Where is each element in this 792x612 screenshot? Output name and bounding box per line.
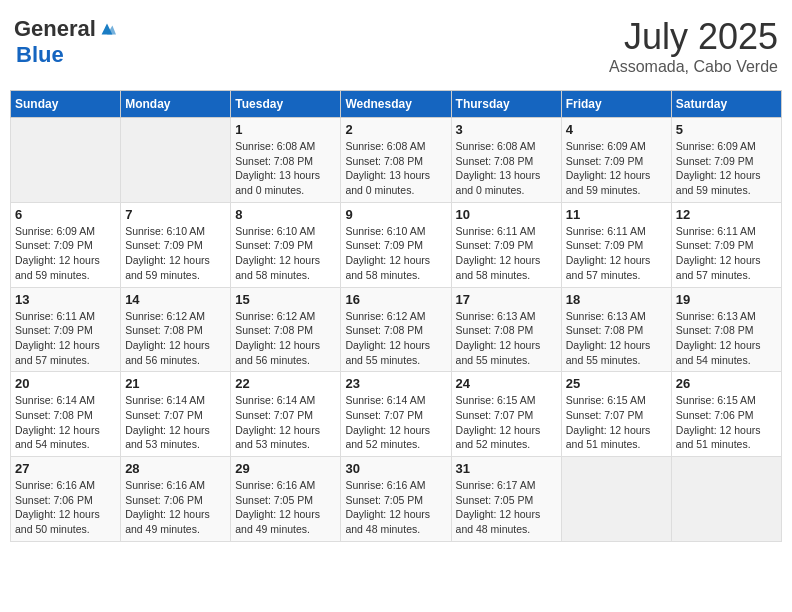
column-header-monday: Monday [121, 91, 231, 118]
calendar-cell: 27Sunrise: 6:16 AM Sunset: 7:06 PM Dayli… [11, 457, 121, 542]
calendar-cell: 3Sunrise: 6:08 AM Sunset: 7:08 PM Daylig… [451, 118, 561, 203]
day-info: Sunrise: 6:10 AM Sunset: 7:09 PM Dayligh… [345, 224, 446, 283]
calendar-cell: 18Sunrise: 6:13 AM Sunset: 7:08 PM Dayli… [561, 287, 671, 372]
column-header-thursday: Thursday [451, 91, 561, 118]
calendar-week-row: 6Sunrise: 6:09 AM Sunset: 7:09 PM Daylig… [11, 202, 782, 287]
day-info: Sunrise: 6:16 AM Sunset: 7:06 PM Dayligh… [125, 478, 226, 537]
month-title: July 2025 [609, 16, 778, 58]
calendar-cell: 24Sunrise: 6:15 AM Sunset: 7:07 PM Dayli… [451, 372, 561, 457]
day-info: Sunrise: 6:12 AM Sunset: 7:08 PM Dayligh… [125, 309, 226, 368]
day-number: 21 [125, 376, 226, 391]
day-info: Sunrise: 6:08 AM Sunset: 7:08 PM Dayligh… [456, 139, 557, 198]
calendar-cell: 30Sunrise: 6:16 AM Sunset: 7:05 PM Dayli… [341, 457, 451, 542]
calendar-cell: 20Sunrise: 6:14 AM Sunset: 7:08 PM Dayli… [11, 372, 121, 457]
day-info: Sunrise: 6:14 AM Sunset: 7:07 PM Dayligh… [125, 393, 226, 452]
day-info: Sunrise: 6:12 AM Sunset: 7:08 PM Dayligh… [345, 309, 446, 368]
calendar-cell: 25Sunrise: 6:15 AM Sunset: 7:07 PM Dayli… [561, 372, 671, 457]
day-info: Sunrise: 6:11 AM Sunset: 7:09 PM Dayligh… [15, 309, 116, 368]
day-number: 13 [15, 292, 116, 307]
day-number: 23 [345, 376, 446, 391]
logo-blue-text: Blue [16, 42, 64, 68]
day-number: 26 [676, 376, 777, 391]
day-info: Sunrise: 6:09 AM Sunset: 7:09 PM Dayligh… [676, 139, 777, 198]
day-number: 29 [235, 461, 336, 476]
calendar-table: SundayMondayTuesdayWednesdayThursdayFrid… [10, 90, 782, 542]
day-info: Sunrise: 6:10 AM Sunset: 7:09 PM Dayligh… [235, 224, 336, 283]
day-number: 12 [676, 207, 777, 222]
day-number: 4 [566, 122, 667, 137]
calendar-cell: 15Sunrise: 6:12 AM Sunset: 7:08 PM Dayli… [231, 287, 341, 372]
day-number: 30 [345, 461, 446, 476]
calendar-cell: 21Sunrise: 6:14 AM Sunset: 7:07 PM Dayli… [121, 372, 231, 457]
day-number: 25 [566, 376, 667, 391]
day-number: 16 [345, 292, 446, 307]
page-header: General Blue July 2025 Assomada, Cabo Ve… [10, 10, 782, 82]
day-info: Sunrise: 6:11 AM Sunset: 7:09 PM Dayligh… [456, 224, 557, 283]
day-number: 8 [235, 207, 336, 222]
calendar-cell: 13Sunrise: 6:11 AM Sunset: 7:09 PM Dayli… [11, 287, 121, 372]
day-number: 31 [456, 461, 557, 476]
calendar-cell: 4Sunrise: 6:09 AM Sunset: 7:09 PM Daylig… [561, 118, 671, 203]
day-info: Sunrise: 6:16 AM Sunset: 7:05 PM Dayligh… [235, 478, 336, 537]
day-info: Sunrise: 6:12 AM Sunset: 7:08 PM Dayligh… [235, 309, 336, 368]
day-number: 15 [235, 292, 336, 307]
calendar-cell: 5Sunrise: 6:09 AM Sunset: 7:09 PM Daylig… [671, 118, 781, 203]
calendar-cell [561, 457, 671, 542]
location-subtitle: Assomada, Cabo Verde [609, 58, 778, 76]
day-number: 22 [235, 376, 336, 391]
day-info: Sunrise: 6:11 AM Sunset: 7:09 PM Dayligh… [566, 224, 667, 283]
day-info: Sunrise: 6:13 AM Sunset: 7:08 PM Dayligh… [566, 309, 667, 368]
calendar-cell: 11Sunrise: 6:11 AM Sunset: 7:09 PM Dayli… [561, 202, 671, 287]
logo: General Blue [14, 16, 116, 68]
day-number: 7 [125, 207, 226, 222]
day-number: 24 [456, 376, 557, 391]
day-number: 3 [456, 122, 557, 137]
calendar-cell: 29Sunrise: 6:16 AM Sunset: 7:05 PM Dayli… [231, 457, 341, 542]
calendar-cell: 28Sunrise: 6:16 AM Sunset: 7:06 PM Dayli… [121, 457, 231, 542]
calendar-cell: 9Sunrise: 6:10 AM Sunset: 7:09 PM Daylig… [341, 202, 451, 287]
calendar-cell: 16Sunrise: 6:12 AM Sunset: 7:08 PM Dayli… [341, 287, 451, 372]
column-header-wednesday: Wednesday [341, 91, 451, 118]
day-info: Sunrise: 6:08 AM Sunset: 7:08 PM Dayligh… [235, 139, 336, 198]
calendar-week-row: 20Sunrise: 6:14 AM Sunset: 7:08 PM Dayli… [11, 372, 782, 457]
title-block: July 2025 Assomada, Cabo Verde [609, 16, 778, 76]
day-number: 28 [125, 461, 226, 476]
day-number: 11 [566, 207, 667, 222]
calendar-cell: 7Sunrise: 6:10 AM Sunset: 7:09 PM Daylig… [121, 202, 231, 287]
day-info: Sunrise: 6:14 AM Sunset: 7:08 PM Dayligh… [15, 393, 116, 452]
day-number: 6 [15, 207, 116, 222]
calendar-cell: 22Sunrise: 6:14 AM Sunset: 7:07 PM Dayli… [231, 372, 341, 457]
calendar-cell: 2Sunrise: 6:08 AM Sunset: 7:08 PM Daylig… [341, 118, 451, 203]
calendar-week-row: 1Sunrise: 6:08 AM Sunset: 7:08 PM Daylig… [11, 118, 782, 203]
calendar-cell: 8Sunrise: 6:10 AM Sunset: 7:09 PM Daylig… [231, 202, 341, 287]
calendar-cell: 19Sunrise: 6:13 AM Sunset: 7:08 PM Dayli… [671, 287, 781, 372]
day-info: Sunrise: 6:16 AM Sunset: 7:06 PM Dayligh… [15, 478, 116, 537]
calendar-week-row: 13Sunrise: 6:11 AM Sunset: 7:09 PM Dayli… [11, 287, 782, 372]
day-info: Sunrise: 6:13 AM Sunset: 7:08 PM Dayligh… [676, 309, 777, 368]
day-info: Sunrise: 6:13 AM Sunset: 7:08 PM Dayligh… [456, 309, 557, 368]
calendar-cell: 31Sunrise: 6:17 AM Sunset: 7:05 PM Dayli… [451, 457, 561, 542]
calendar-cell [671, 457, 781, 542]
column-header-tuesday: Tuesday [231, 91, 341, 118]
calendar-cell [11, 118, 121, 203]
logo-general-text: General [14, 16, 96, 42]
calendar-cell: 23Sunrise: 6:14 AM Sunset: 7:07 PM Dayli… [341, 372, 451, 457]
day-number: 20 [15, 376, 116, 391]
day-number: 17 [456, 292, 557, 307]
calendar-cell: 1Sunrise: 6:08 AM Sunset: 7:08 PM Daylig… [231, 118, 341, 203]
day-number: 14 [125, 292, 226, 307]
day-number: 5 [676, 122, 777, 137]
logo-icon [98, 20, 116, 38]
day-number: 18 [566, 292, 667, 307]
day-info: Sunrise: 6:15 AM Sunset: 7:07 PM Dayligh… [456, 393, 557, 452]
column-header-sunday: Sunday [11, 91, 121, 118]
day-number: 10 [456, 207, 557, 222]
day-number: 27 [15, 461, 116, 476]
column-header-saturday: Saturday [671, 91, 781, 118]
calendar-cell: 10Sunrise: 6:11 AM Sunset: 7:09 PM Dayli… [451, 202, 561, 287]
calendar-cell: 12Sunrise: 6:11 AM Sunset: 7:09 PM Dayli… [671, 202, 781, 287]
day-number: 19 [676, 292, 777, 307]
calendar-header-row: SundayMondayTuesdayWednesdayThursdayFrid… [11, 91, 782, 118]
calendar-cell: 14Sunrise: 6:12 AM Sunset: 7:08 PM Dayli… [121, 287, 231, 372]
day-number: 2 [345, 122, 446, 137]
